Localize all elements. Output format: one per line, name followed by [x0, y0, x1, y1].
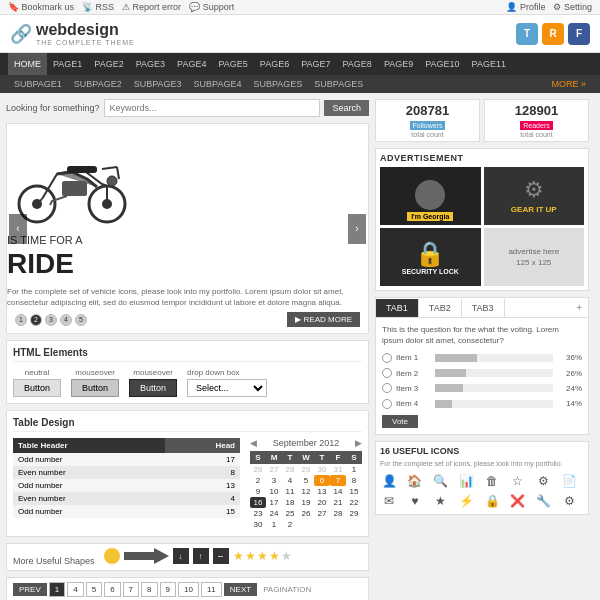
useful-icon-4[interactable]: 🗑: [483, 472, 501, 490]
tab-2[interactable]: TAB2: [419, 299, 462, 317]
mouseover2-button[interactable]: Button: [129, 379, 177, 397]
search-input[interactable]: [104, 99, 321, 117]
cal-day[interactable]: 5: [298, 475, 314, 486]
ad-georgia[interactable]: I'm Georgia: [380, 167, 481, 225]
subnav-subpage1[interactable]: SUBPAGE1: [8, 75, 68, 93]
report-link[interactable]: ⚠ Report error: [122, 2, 181, 12]
cal-day[interactable]: 6: [314, 475, 330, 486]
neutral-button[interactable]: Button: [13, 379, 61, 397]
slide-dot-3[interactable]: 3: [45, 314, 57, 326]
dropdown-select[interactable]: Select...: [187, 379, 267, 397]
tab-3[interactable]: TAB3: [462, 299, 505, 317]
useful-icon-2[interactable]: 🔍: [432, 472, 450, 490]
useful-icon-0[interactable]: 👤: [380, 472, 398, 490]
nav-page6[interactable]: PAGE6: [254, 53, 295, 75]
cal-day[interactable]: 11: [282, 486, 298, 497]
nav-page10[interactable]: PAGE10: [419, 53, 465, 75]
useful-icon-3[interactable]: 📊: [457, 472, 475, 490]
subnav-subpages1[interactable]: SUBPAGES: [247, 75, 308, 93]
cal-next[interactable]: ▶: [355, 438, 362, 448]
useful-icon-7[interactable]: 📄: [560, 472, 578, 490]
slide-next-arrow[interactable]: ›: [348, 214, 366, 244]
nav-page3[interactable]: PAGE3: [130, 53, 171, 75]
settings-link[interactable]: ⚙ Setting: [553, 2, 592, 12]
cal-day[interactable]: 29: [298, 464, 314, 475]
cal-day[interactable]: 12: [298, 486, 314, 497]
cal-day[interactable]: 2: [250, 475, 266, 486]
cal-day[interactable]: 16: [250, 497, 266, 508]
cal-day[interactable]: 10: [266, 486, 282, 497]
nav-page7[interactable]: PAGE7: [295, 53, 336, 75]
sub-nav-more[interactable]: MORE »: [545, 75, 592, 93]
ad-security[interactable]: 🔒 SECURITY LOCK: [380, 228, 481, 286]
useful-icon-6[interactable]: ⚙: [535, 472, 553, 490]
cal-day[interactable]: 31: [330, 464, 346, 475]
cal-day[interactable]: 22: [346, 497, 362, 508]
ad-gearitup[interactable]: ⚙ GEAR IT UP: [484, 167, 585, 225]
cal-day[interactable]: 30: [250, 519, 266, 530]
cal-day[interactable]: 7: [330, 475, 346, 486]
cal-day[interactable]: 24: [266, 508, 282, 519]
read-more-button[interactable]: ▶ READ MORE: [287, 312, 360, 327]
cal-day[interactable]: 27: [266, 464, 282, 475]
next-button[interactable]: NEXT: [224, 583, 257, 596]
nav-page4[interactable]: PAGE4: [171, 53, 212, 75]
subnav-subpage2[interactable]: SUBPAGE2: [68, 75, 128, 93]
page-6[interactable]: 6: [104, 582, 120, 597]
useful-icon-1[interactable]: 🏠: [406, 472, 424, 490]
bookmark-link[interactable]: 🔖 Bookmark us: [8, 2, 74, 12]
useful-icon-11[interactable]: ⚡: [457, 492, 475, 510]
page-8[interactable]: 8: [141, 582, 157, 597]
nav-page5[interactable]: PAGE5: [212, 53, 253, 75]
slide-dot-5[interactable]: 5: [75, 314, 87, 326]
cal-day[interactable]: 30: [314, 464, 330, 475]
useful-icon-10[interactable]: ★: [432, 492, 450, 510]
cal-day[interactable]: 17: [266, 497, 282, 508]
useful-icon-5[interactable]: ☆: [509, 472, 527, 490]
poll-radio[interactable]: [382, 353, 392, 363]
page-10[interactable]: 10: [178, 582, 199, 597]
cal-day[interactable]: 21: [330, 497, 346, 508]
nav-page8[interactable]: PAGE8: [337, 53, 378, 75]
profile-link[interactable]: 👤 Profile: [506, 2, 545, 12]
page-4[interactable]: 4: [67, 582, 83, 597]
nav-page1[interactable]: PAGE1: [47, 53, 88, 75]
useful-icon-8[interactable]: ✉: [380, 492, 398, 510]
cal-day[interactable]: 23: [250, 508, 266, 519]
slide-dot-1[interactable]: 1: [15, 314, 27, 326]
tab-add-button[interactable]: +: [570, 298, 588, 317]
cal-day[interactable]: 3: [266, 475, 282, 486]
cal-day[interactable]: 27: [314, 508, 330, 519]
poll-radio[interactable]: [382, 368, 392, 378]
poll-radio[interactable]: [382, 383, 392, 393]
cal-day[interactable]: 9: [250, 486, 266, 497]
cal-day[interactable]: 2: [282, 519, 298, 530]
cal-day[interactable]: 28: [330, 508, 346, 519]
subnav-subpage4[interactable]: SUBPAGE4: [188, 75, 248, 93]
support-link[interactable]: 💬 Support: [189, 2, 234, 12]
page-7[interactable]: 7: [123, 582, 139, 597]
cal-day[interactable]: 14: [330, 486, 346, 497]
useful-icon-15[interactable]: ⚙: [560, 492, 578, 510]
mouseover1-button[interactable]: Button: [71, 379, 119, 397]
useful-icon-12[interactable]: 🔒: [483, 492, 501, 510]
cal-day[interactable]: 25: [282, 508, 298, 519]
search-button[interactable]: Search: [324, 100, 369, 116]
cal-day[interactable]: 26: [250, 464, 266, 475]
cal-day[interactable]: 13: [314, 486, 330, 497]
rss-button[interactable]: R: [542, 23, 564, 45]
cal-day[interactable]: 1: [346, 464, 362, 475]
facebook-button[interactable]: F: [568, 23, 590, 45]
twitter-button[interactable]: T: [516, 23, 538, 45]
cal-day[interactable]: 19: [298, 497, 314, 508]
page-11[interactable]: 11: [201, 582, 222, 597]
slide-dot-2[interactable]: 2: [30, 314, 42, 326]
cal-day[interactable]: 15: [346, 486, 362, 497]
cal-day[interactable]: 8: [346, 475, 362, 486]
prev-button[interactable]: PREV: [13, 583, 47, 596]
ad-advertise[interactable]: advertise here 125 x 125: [484, 228, 585, 286]
subnav-subpage3[interactable]: SUBPAGE3: [128, 75, 188, 93]
slide-prev-arrow[interactable]: ‹: [9, 214, 27, 244]
cal-day[interactable]: 18: [282, 497, 298, 508]
useful-icon-14[interactable]: 🔧: [535, 492, 553, 510]
